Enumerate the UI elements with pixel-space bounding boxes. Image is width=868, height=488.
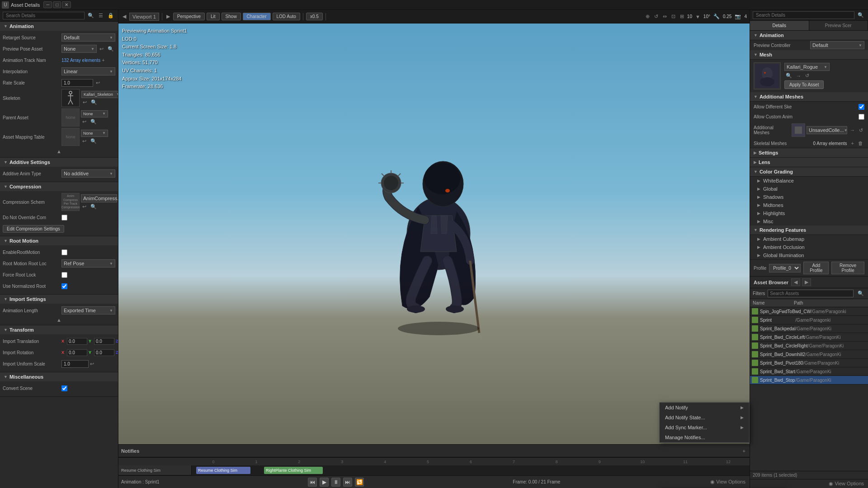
root-motion-header[interactable]: ▼ Root Motion: [0, 236, 118, 245]
use-normalized-checkbox[interactable]: [61, 283, 67, 289]
asset-item-8[interactable]: Sprint_Bwd_Stop /Game/ParagonKi: [750, 376, 868, 385]
cg-whitebalance[interactable]: ▶ WhiteBalance: [750, 177, 868, 185]
vp-lod-btn[interactable]: LOD Auto: [273, 13, 300, 20]
profile-dropdown[interactable]: Profile_0: [769, 264, 801, 272]
rate-scale-reset[interactable]: ↩: [94, 80, 101, 86]
mesh-reload-btn[interactable]: ↺: [804, 72, 811, 79]
play-prev-btn[interactable]: ⏮: [308, 478, 317, 487]
asset-item-7[interactable]: Sprint_Bwd_Start /Game/ParagonKi: [750, 367, 868, 376]
tab-details[interactable]: Details: [750, 21, 809, 30]
viewport-area[interactable]: Previewing Animation Sprint1 LOD:0 Curre…: [118, 23, 750, 444]
tab-preview-scer[interactable]: Preview Scer: [809, 21, 868, 30]
right-search-input[interactable]: [753, 11, 854, 19]
asset-nav-fwd[interactable]: ▶: [802, 278, 811, 286]
ctx-add-sync-marker[interactable]: Add Sync Marker... ▶: [660, 422, 749, 432]
maximize-btn[interactable]: □: [53, 1, 61, 8]
timeline-add-btn[interactable]: +: [741, 448, 747, 454]
vp-show-btn[interactable]: Show: [222, 13, 241, 20]
animation-section-header[interactable]: ▼ Animation: [0, 22, 118, 31]
left-search-input[interactable]: [3, 12, 85, 19]
compression-header[interactable]: ▼ Compression: [0, 182, 118, 191]
anim-length-dropdown[interactable]: Exported Time ▼: [61, 306, 115, 314]
play-step-btn[interactable]: ⏭: [343, 478, 352, 487]
cg-midtones[interactable]: ▶ Midtones: [750, 201, 868, 209]
vp-tool5[interactable]: ⊞: [679, 13, 685, 20]
asset-mapping-search[interactable]: 🔍: [89, 138, 98, 145]
asset-item-1[interactable]: Sprint /Game/Paragonki: [750, 316, 868, 324]
r-rendering-header[interactable]: ▼ Rendering Features: [750, 225, 868, 235]
ctx-manage-notifies[interactable]: Manage Notifies...: [660, 432, 749, 442]
asset-item-5[interactable]: Sprint_Bwd_Downhill2 /Game/ParagonKi: [750, 350, 868, 359]
preview-pose-reset[interactable]: ↩: [98, 46, 105, 52]
interpolation-dropdown[interactable]: Linear ▼: [61, 67, 115, 75]
view-options-btn[interactable]: ◉ View Options: [709, 479, 747, 485]
root-lock-dropdown[interactable]: Ref Pose ▼: [61, 259, 115, 267]
mesh-arrow-btn[interactable]: →: [795, 72, 802, 79]
left-view-btn[interactable]: ☰: [97, 12, 104, 19]
r-mesh-header[interactable]: ▼ Mesh: [750, 50, 868, 60]
import-settings-header[interactable]: ▼ Import Settings: [0, 295, 118, 304]
vp-play-btn[interactable]: ▶: [165, 13, 171, 20]
enable-root-motion-checkbox[interactable]: [61, 249, 67, 255]
parent-asset-search[interactable]: 🔍: [89, 118, 98, 125]
cg-misc[interactable]: ▶ Misc: [750, 217, 868, 225]
uniform-scale-input[interactable]: [61, 360, 89, 368]
convert-scene-checkbox[interactable]: [61, 385, 67, 391]
scheme-reset[interactable]: ↩: [81, 203, 88, 210]
parent-asset-reset[interactable]: ↩: [81, 118, 88, 125]
play-loop-btn[interactable]: 🔁: [355, 478, 364, 487]
r-add-mesh-dropdown[interactable]: UnsavedColle... ▼: [807, 126, 847, 134]
left-search-btn[interactable]: 🔍: [86, 12, 95, 19]
translation-x[interactable]: [67, 338, 87, 345]
translation-y[interactable]: [94, 338, 114, 345]
r-add-mesh-arrow[interactable]: →: [849, 127, 856, 133]
r-preview-controller-dropdown[interactable]: Default ▼: [810, 41, 864, 49]
vp-grid-btn[interactable]: ▼: [694, 14, 702, 20]
import-collapse-btn[interactable]: ▲: [55, 317, 63, 323]
track-add-btn[interactable]: +: [100, 57, 106, 63]
r-settings-header[interactable]: ▶ Settings: [750, 148, 868, 158]
apply-to-asset-btn[interactable]: Apply To Asset: [784, 80, 824, 89]
vp-angle-btn[interactable]: 🔧: [712, 13, 721, 20]
vp-scale-btn[interactable]: x0.5: [306, 13, 323, 20]
asset-mapping-reset[interactable]: ↩: [81, 138, 88, 145]
r-add-mesh-reload[interactable]: ↺: [858, 127, 864, 134]
cg-global[interactable]: ▶ Global: [750, 185, 868, 193]
asset-search-btn[interactable]: 🔍: [856, 290, 865, 297]
asset-nav-back[interactable]: ◀: [791, 278, 800, 286]
force-root-lock-checkbox[interactable]: [61, 272, 67, 278]
skeleton-dropdown[interactable]: Kallari_Skeleton ▼: [81, 91, 118, 98]
r-color-grading-header[interactable]: ▼ Color Grading: [750, 167, 868, 177]
track-item-resume[interactable]: Resume Clothing Sim: [196, 467, 250, 474]
track-item-right-plant[interactable]: RightPlante Clothing Sim: [264, 467, 323, 474]
rate-scale-input[interactable]: [61, 79, 93, 87]
asset-mapping-dropdown[interactable]: None ▼: [81, 130, 108, 137]
parent-asset-dropdown[interactable]: None ▼: [81, 110, 108, 117]
vp-tool4[interactable]: ⊡: [670, 13, 677, 20]
r-skel-remove-btn[interactable]: 🗑: [857, 140, 864, 146]
vp-tool1[interactable]: ⊕: [644, 13, 651, 20]
asset-item-0[interactable]: Spin_JogFwdToBwd_CW /Game/Paragonki: [750, 307, 868, 316]
asset-view-options-btn[interactable]: ◉ View Options: [827, 480, 865, 487]
cg-highlights[interactable]: ▶ Highlights: [750, 209, 868, 217]
asset-item-3[interactable]: Sprint_Bwd_CircleLeft /Game/ParagonKi: [750, 333, 868, 342]
additive-header[interactable]: ▼ Additive Settings: [0, 158, 118, 167]
vp-lit-btn[interactable]: Lit: [207, 13, 220, 20]
ctx-add-notify[interactable]: Add Notify ▶: [660, 403, 749, 413]
minimize-btn[interactable]: ─: [43, 1, 52, 8]
ctx-add-notify-state[interactable]: Add Notify State... ▶: [660, 413, 749, 422]
asset-search-input[interactable]: [768, 290, 854, 297]
cg-shadows[interactable]: ▶ Shadows: [750, 193, 868, 201]
play-pause-btn[interactable]: ⏸: [331, 478, 340, 487]
mesh-browse-btn[interactable]: 🔍: [784, 72, 793, 79]
rotation-x[interactable]: [67, 349, 87, 356]
edit-compression-btn[interactable]: Edit Compression Settings: [3, 225, 64, 233]
r-skel-add-btn[interactable]: +: [850, 140, 855, 146]
rotation-y[interactable]: [94, 349, 114, 356]
r-mesh-dropdown[interactable]: Kallari_Rogue ▼: [784, 63, 830, 71]
animation-collapse-btn[interactable]: ▲: [55, 148, 63, 155]
r-allow-diff-checkbox[interactable]: [859, 104, 864, 110]
asset-item-2[interactable]: Sprint_Backpedal /Game/ParagonKi: [750, 324, 868, 333]
scheme-dropdown[interactable]: AnimCompress... ▼: [81, 194, 117, 202]
scheme-search[interactable]: 🔍: [89, 203, 98, 210]
